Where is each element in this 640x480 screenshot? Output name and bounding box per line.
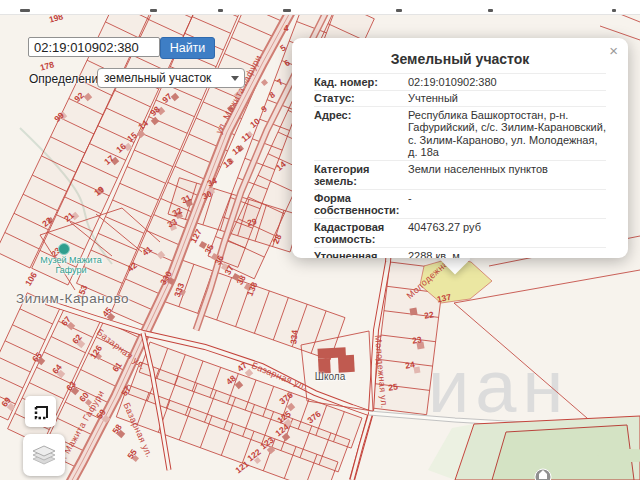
poi-marker	[535, 469, 551, 480]
layers-icon	[31, 442, 57, 468]
map-watermark-text: иан	[428, 345, 569, 428]
popup-rows: Кад. номер:02:19:010902:380Статус:Учтенн…	[314, 73, 606, 258]
info-label: Адрес:	[314, 109, 408, 159]
info-value: Земли населенных пунктов	[408, 163, 606, 188]
info-label: Статус:	[314, 92, 408, 105]
definition-select[interactable]: земельный участок	[97, 68, 245, 88]
cadastral-map-app: иан	[0, 0, 640, 480]
layers-button[interactable]	[23, 434, 65, 476]
info-row: Категория земель:Земли населенных пункто…	[314, 161, 606, 190]
info-value: 2288 кв. м	[408, 250, 606, 259]
info-value: Республика Башкортостан, р-н. Гафурийски…	[408, 109, 606, 159]
info-value: -	[408, 192, 606, 217]
info-row: Статус:Учтенный	[314, 91, 606, 108]
find-button[interactable]: Найти	[160, 37, 215, 59]
top-crop-strip	[0, 0, 640, 15]
info-row: Кадастровая стоимость:404763.27 руб	[314, 219, 606, 248]
measure-area-icon	[32, 403, 50, 421]
info-label: Кадастровая стоимость:	[314, 221, 408, 246]
info-value: Учтенный	[408, 92, 606, 105]
chevron-down-icon	[231, 76, 239, 81]
definition-select-value: земельный участок	[104, 71, 211, 85]
info-label: Форма собственности:	[314, 192, 408, 217]
info-row: Адрес:Республика Башкортостан, р-н. Гафу…	[314, 107, 606, 161]
parcel-info-popup: × Земельный участок Кад. номер:02:19:010…	[292, 38, 628, 258]
info-label: Категория земель:	[314, 163, 408, 188]
close-icon[interactable]: ×	[609, 43, 618, 58]
info-label: Уточненная	[314, 250, 408, 259]
info-label: Кад. номер:	[314, 76, 408, 89]
info-row: Уточненная2288 кв. м	[314, 248, 606, 258]
info-row: Форма собственности:-	[314, 190, 606, 219]
info-value: 404763.27 руб	[408, 221, 606, 246]
popup-title: Земельный участок	[312, 51, 608, 67]
info-row: Кад. номер:02:19:010902:380	[314, 74, 606, 91]
measure-area-button[interactable]	[25, 396, 56, 427]
info-value: 02:19:010902:380	[408, 76, 606, 89]
cadastral-number-input[interactable]	[28, 37, 160, 57]
